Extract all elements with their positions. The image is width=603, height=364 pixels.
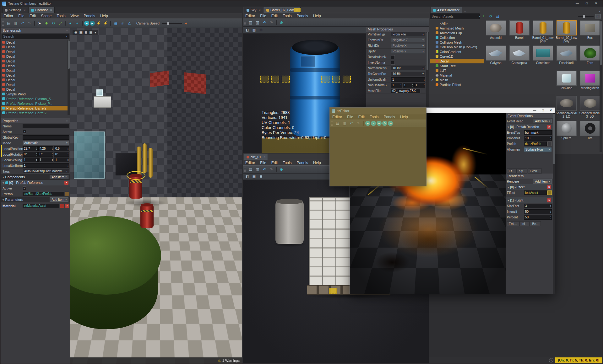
menu-item[interactable]: Edit [356,115,367,119]
probability-spinner[interactable]: 100 [524,136,552,141]
separator[interactable] [82,21,83,26]
scrollbar-thumb[interactable] [600,21,602,65]
texcoord-precision-dropdown[interactable]: 16 Bit [391,72,425,76]
camera-view-icon[interactable]: ◧ [244,27,250,33]
menu-item[interactable]: Editor [243,14,258,18]
panel-tab[interactable]: Ef... [507,169,517,174]
separator[interactable] [110,21,111,26]
pause-icon[interactable]: ‖ [371,121,376,126]
name-input[interactable] [23,124,69,128]
dock-options-icon[interactable] [66,120,68,122]
scenegraph-item[interactable]: Simple Wind [1,92,70,96]
close-button[interactable]: ✕ [591,1,601,6]
parameters-section-header[interactable]: Parameters Add Item [1,197,70,202]
add-renderer-button[interactable]: Add Item [533,179,552,184]
invert-normals-checkbox[interactable] [391,61,395,65]
tab-corridor[interactable]: Corridor [29,7,54,13]
close-button[interactable]: ✕ [550,108,552,113]
slider-handle[interactable] [583,15,585,18]
grid-view-icon[interactable]: ▦ [251,174,257,180]
reaction-prefab-input[interactable]: rk.ezPrefab [524,142,547,146]
pause-status-icon[interactable] [549,358,553,362]
remove-reaction-icon[interactable] [547,125,551,129]
asset-item[interactable]: IceCube [555,71,578,96]
tags-dropdown[interactable]: AutoColMesh|CastShadow [23,169,69,174]
asset-type-item[interactable]: Material [430,73,484,78]
scenegraph-item[interactable]: Decal [1,68,70,73]
nonuniform-z-spinner[interactable]: 1 [414,83,425,88]
size-factor-spinner[interactable]: 3 [524,204,552,208]
component-group-prefab-reference[interactable]: [0] - Prefab Reference [1,180,70,185]
simulate-icon[interactable]: ▶ [90,21,95,26]
undo-icon[interactable]: ↶ [348,120,355,126]
tab-sky[interactable]: Sky [244,7,263,13]
effect-asset-input[interactable]: fectAsset [524,190,547,195]
asset-item[interactable]: Tire [579,121,601,146]
alignment-dropdown[interactable]: Surface Non [524,147,552,152]
scenegraph-item[interactable]: Prefab Reference: Pickup_P... [1,101,70,106]
components-section-header[interactable]: Components Add Item [1,174,70,180]
nonuniform-y-spinner[interactable]: 1 [403,83,414,88]
warnings-badge[interactable]: 1 Warnings [218,359,240,363]
grid-view-icon[interactable]: ▦ [251,27,257,33]
slider-handle[interactable] [167,22,169,25]
asset-type-item[interactable]: ColorGradient [430,49,484,54]
separator[interactable] [363,121,364,126]
remove-material-icon[interactable] [65,204,69,208]
toolbar-grip[interactable] [331,121,333,126]
asset-type-item[interactable]: Mesh [430,78,484,82]
material-thumbnail[interactable] [60,204,64,208]
export-run-icon[interactable]: ⚡ [95,20,102,26]
maximize-view-icon[interactable]: ⊞ [258,174,264,180]
asset-item[interactable]: Fern [579,46,601,71]
globalkey-input[interactable] [23,135,69,140]
scrollbar-thumb[interactable] [68,40,70,69]
translate-tool-icon[interactable]: ✚ [43,20,50,26]
scenegraph-item[interactable]: Decal [1,87,70,92]
scaling-x-spinner[interactable]: 1 [23,158,38,162]
save-icon[interactable]: ▤ [334,120,341,126]
menu-item[interactable]: File [345,115,356,119]
scrollbar-thumb[interactable] [553,114,555,164]
menu-item[interactable]: Edit [27,14,39,18]
panel-tab[interactable]: Even... [528,169,542,174]
asset-item[interactable]: Box [579,20,601,46]
selection-gizmo-ring[interactable] [127,171,145,180]
position-x-spinner[interactable]: 29.7 [23,146,38,151]
open-icon[interactable]: ▥ [254,19,261,26]
menu-item[interactable]: Tools [280,14,294,18]
select-tool-icon[interactable]: ➤ [36,20,43,26]
menu-item[interactable]: File [16,14,27,18]
dock-options-icon[interactable] [66,29,68,32]
play-icon[interactable]: ▶ [365,121,370,126]
menu-item[interactable]: Help [311,161,323,165]
asset-item[interactable]: ExcelsiorII [555,46,578,71]
remove-renderer-icon[interactable] [547,185,551,189]
recalculate-normals-checkbox[interactable] [391,55,395,59]
panel-tab[interactable]: Emi... [507,221,519,226]
stop-icon[interactable]: ■ [377,121,382,126]
percentage-spinner[interactable]: 50 [524,215,552,220]
render-pipeline-icon[interactable]: ● [74,20,80,26]
collapse-icon[interactable] [508,125,509,129]
asset-type-item[interactable]: Kraut Tree [430,63,484,68]
redo-icon[interactable]: ↷ [355,120,361,126]
menu-item[interactable]: Edit [269,161,280,165]
tab-settings[interactable]: Settings [2,7,28,13]
scenegraph-item[interactable]: Decal [1,59,70,63]
open-icon[interactable]: ▥ [13,20,19,26]
scenegraph-item[interactable]: Decal [1,49,70,54]
event-type-input[interactable]: burnmark [524,130,552,135]
close-panel-icon[interactable] [599,10,601,13]
add-component-button[interactable]: Add Item [50,175,68,179]
menu-item[interactable]: Help [311,14,323,18]
scaling-y-spinner[interactable]: 1 [38,158,53,162]
menu-item[interactable]: Help [398,115,410,119]
grid-snap-icon[interactable]: ▦ [112,20,119,26]
menu-item[interactable]: Scene [38,14,54,18]
browse-prefab-button[interactable] [547,142,552,146]
camera-menu-icon[interactable]: ▾ [95,30,96,35]
undo-icon[interactable]: ↶ [261,19,268,26]
asset-item[interactable]: Cassiopeia [508,46,530,71]
tab-dirt-01[interactable]: dirt_01 [244,154,268,160]
